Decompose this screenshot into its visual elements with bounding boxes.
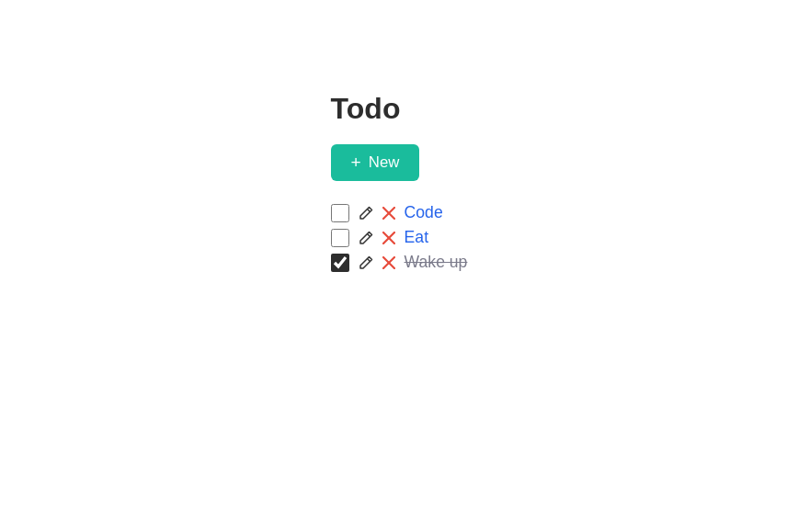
page-title: Todo bbox=[331, 92, 401, 126]
todo-checkbox[interactable] bbox=[331, 204, 349, 222]
todo-label: Eat bbox=[405, 228, 428, 247]
todo-item: Code bbox=[331, 203, 468, 222]
new-button[interactable]: + New bbox=[331, 144, 420, 181]
todo-checkbox[interactable] bbox=[331, 229, 349, 247]
todo-list: Code Eat Wake up bbox=[331, 203, 468, 272]
todo-label: Wake up bbox=[405, 253, 468, 272]
edit-icon[interactable] bbox=[359, 231, 373, 245]
todo-checkbox[interactable] bbox=[331, 254, 349, 272]
delete-icon[interactable] bbox=[382, 232, 395, 244]
edit-icon[interactable] bbox=[359, 206, 373, 221]
todo-item: Eat bbox=[331, 228, 468, 247]
new-button-label: New bbox=[369, 153, 400, 172]
plus-icon: + bbox=[351, 153, 361, 171]
delete-icon[interactable] bbox=[382, 256, 395, 269]
todo-label: Code bbox=[405, 203, 443, 222]
todo-item: Wake up bbox=[331, 253, 468, 272]
app-container: Todo + New Code Eat Wake up bbox=[331, 92, 468, 272]
edit-icon[interactable] bbox=[359, 255, 373, 270]
delete-icon[interactable] bbox=[382, 207, 395, 220]
